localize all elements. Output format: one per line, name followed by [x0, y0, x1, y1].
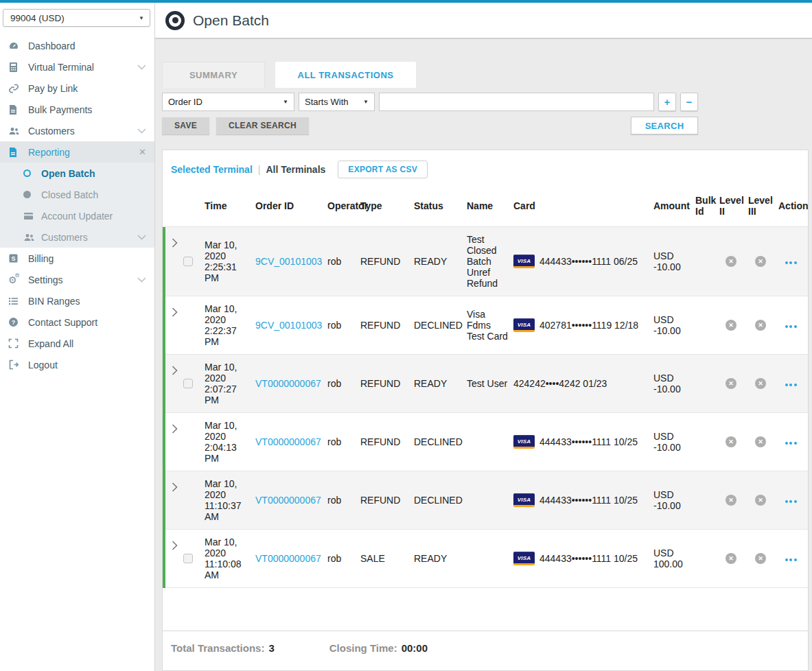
close-icon[interactable]: ✕	[139, 147, 146, 157]
more-actions-icon[interactable]	[785, 556, 797, 561]
table-row: Mar 10, 2020 2:04:13 PM VT0000000067 rob…	[163, 413, 808, 471]
sidebar-item-virtual-terminal[interactable]: Virtual Terminal	[0, 56, 154, 78]
expand-row-chevron-icon[interactable]	[172, 541, 178, 550]
open-circle-icon	[23, 169, 36, 177]
sidebar-item-reporting[interactable]: Reporting ✕	[0, 141, 154, 163]
terminal-links-bar: Selected Terminal | All Terminals EXPORT…	[163, 150, 808, 185]
order-id-link[interactable]: 9CV_00101003	[255, 320, 322, 331]
sidebar-item-settings[interactable]: ⚙⚙ Settings	[0, 269, 154, 290]
save-button[interactable]: SAVE	[162, 117, 209, 134]
row-checkbox[interactable]	[183, 554, 193, 563]
expand-row-chevron-icon[interactable]	[172, 238, 178, 248]
action-cell	[778, 413, 809, 471]
selected-terminal-link[interactable]: Selected Terminal	[171, 164, 253, 175]
dashboard-icon	[8, 40, 22, 51]
level-iii-cell	[748, 471, 778, 529]
sidebar-item-contact-support[interactable]: ? Contact Support	[0, 311, 154, 333]
operator-cell: rob	[327, 355, 360, 412]
status-cell: READY	[414, 227, 467, 296]
sidebar-subitem-open-batch[interactable]: Open Batch	[0, 163, 154, 184]
terminal-dropdown[interactable]: 99004 (USD) ▼	[3, 9, 150, 27]
bulk-id-cell	[695, 530, 719, 587]
sidebar-item-label: Pay by Link	[28, 83, 78, 94]
order-id-link[interactable]: VT0000000067	[255, 553, 321, 564]
time-cell: Mar 10, 2020 2:04:13 PM	[205, 413, 255, 471]
card-number: 444433••••••1111 10/25	[540, 436, 638, 447]
sidebar-item-pay-by-link[interactable]: Pay by Link	[0, 78, 154, 99]
search-operator-value: Starts With	[305, 97, 349, 107]
time-cell: Mar 10, 2020 11:10:37 AM	[205, 471, 255, 529]
status-cell: DECLINED	[414, 296, 467, 354]
sidebar-item-bulk-payments[interactable]: Bulk Payments	[0, 99, 154, 120]
expand-row-chevron-icon[interactable]	[172, 424, 178, 434]
sidebar-subitem-closed-batch[interactable]: Closed Batch	[0, 184, 154, 205]
sidebar-item-label: Reporting	[28, 147, 70, 158]
sidebar-item-logout[interactable]: Logout	[0, 354, 154, 375]
type-cell: SALE	[360, 530, 414, 587]
amount-cell: USD-10.00	[653, 413, 695, 471]
tab-all-transactions[interactable]: ALL TRANSACTIONS	[275, 62, 416, 88]
export-csv-button[interactable]: EXPORT AS CSV	[338, 161, 428, 178]
amount-currency: USD	[653, 314, 681, 325]
order-id-link[interactable]: 9CV_00101003	[255, 256, 322, 267]
type-cell: REFUND	[360, 227, 414, 296]
expand-row-chevron-icon[interactable]	[172, 366, 178, 375]
more-actions-icon[interactable]	[785, 259, 797, 264]
name-cell	[467, 413, 513, 471]
operator-cell: rob	[327, 471, 360, 529]
amount-value: -10.00	[653, 384, 681, 395]
amount-currency: USD	[653, 373, 681, 384]
level-iii-cell	[748, 413, 778, 471]
expand-row-chevron-icon[interactable]	[172, 482, 178, 492]
status-cell: READY	[414, 355, 467, 412]
add-criteria-button[interactable]: +	[658, 93, 676, 111]
sidebar-subitem-customers[interactable]: Customers	[0, 226, 154, 248]
clear-search-button[interactable]: CLEAR SEARCH	[216, 117, 309, 134]
logout-icon	[8, 360, 22, 370]
main-area: Open Batch SUMMARY ALL TRANSACTIONS Orde…	[155, 3, 812, 671]
more-actions-icon[interactable]	[785, 439, 797, 445]
more-actions-icon[interactable]	[785, 497, 797, 503]
more-actions-icon[interactable]	[785, 322, 797, 328]
sidebar-item-bin-ranges[interactable]: BIN Ranges	[0, 290, 154, 311]
order-id-link[interactable]: VT0000000067	[255, 378, 321, 389]
search-operator-select[interactable]: Starts With ▼	[299, 93, 375, 111]
card-cell: VISA 444433••••••1111 10/25	[513, 471, 653, 529]
remove-criteria-button[interactable]: −	[680, 93, 698, 111]
sidebar-item-expand-all[interactable]: Expand All	[0, 333, 154, 354]
tab-bar: SUMMARY ALL TRANSACTIONS	[162, 62, 809, 88]
amount-cell: USD-10.00	[653, 471, 695, 529]
search-button[interactable]: SEARCH	[631, 117, 698, 134]
expand-row-chevron-icon[interactable]	[172, 307, 178, 317]
calculator-icon	[8, 62, 22, 73]
more-actions-icon[interactable]	[785, 381, 797, 386]
action-cell	[778, 530, 809, 587]
row-checkbox[interactable]	[183, 379, 193, 388]
search-value-input[interactable]	[379, 93, 654, 111]
bulk-id-cell	[695, 355, 719, 412]
name-cell	[467, 471, 513, 529]
order-id-link[interactable]: VT0000000067	[255, 495, 321, 506]
sidebar-subitem-label: Account Updater	[41, 211, 113, 222]
all-terminals-link[interactable]: All Terminals	[266, 164, 325, 175]
row-checkbox[interactable]	[183, 257, 193, 266]
chevron-down-icon	[137, 277, 146, 283]
amount-cell: USD-10.00	[653, 355, 695, 412]
visa-card-icon: VISA	[513, 255, 535, 268]
level-ii-no-icon	[726, 436, 736, 447]
tab-summary[interactable]: SUMMARY	[162, 62, 265, 88]
sidebar-subitem-label: Closed Batch	[41, 189, 98, 200]
sidebar-item-label: Logout	[28, 360, 58, 370]
table-body: Mar 10, 2020 2:25:31 PM 9CV_00101003 rob…	[163, 227, 808, 588]
search-field-select[interactable]: Order ID ▼	[162, 93, 294, 111]
level-iii-cell	[748, 530, 778, 587]
order-id-link[interactable]: VT0000000067	[255, 436, 321, 447]
chevron-down-icon	[137, 64, 146, 70]
sidebar-item-customers[interactable]: Customers	[0, 120, 154, 141]
name-cell: Test Closed Batch Unref Refund	[467, 227, 513, 296]
sidebar-subitem-account-updater[interactable]: Account Updater	[0, 205, 154, 226]
column-header-bulk-id: Bulk Id	[695, 185, 719, 226]
sidebar-item-billing[interactable]: S Billing	[0, 248, 154, 269]
sidebar-item-dashboard[interactable]: Dashboard	[0, 35, 154, 56]
type-cell: REFUND	[360, 355, 414, 412]
